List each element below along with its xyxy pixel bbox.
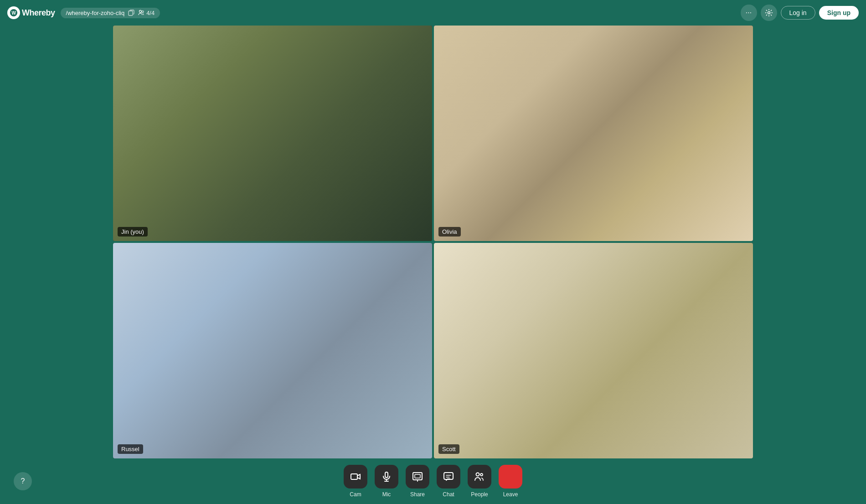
participant-count: 4/4	[138, 10, 155, 16]
chat-icon	[443, 471, 454, 482]
svg-point-18	[480, 473, 483, 476]
video-feed-scott	[434, 243, 753, 458]
share-icon	[412, 471, 423, 482]
name-tag-olivia: Olivia	[438, 227, 461, 237]
mic-label: Mic	[382, 491, 391, 498]
mic-icon	[381, 471, 392, 482]
copy-icon	[128, 10, 134, 16]
people-label: People	[471, 491, 488, 498]
leave-icon-bg: ✋	[499, 465, 522, 489]
svg-text:✋: ✋	[506, 472, 516, 483]
help-button[interactable]: ?	[14, 472, 32, 490]
svg-point-3	[139, 10, 142, 13]
svg-point-4	[142, 11, 144, 13]
chat-icon-bg	[437, 465, 460, 489]
header: W Whereby /whereby-for-zoho-cliq 4/4 ···	[0, 0, 866, 26]
toolbar: Cam Mic Share	[0, 458, 866, 504]
logo-text: Whereby	[22, 8, 55, 18]
video-cell-scott: Scott	[434, 243, 753, 458]
gear-icon	[765, 9, 773, 17]
more-options-button[interactable]: ···	[741, 5, 757, 21]
chat-button[interactable]: Chat	[435, 465, 462, 498]
name-tag-jin: Jin (you)	[118, 227, 148, 237]
video-feed-olivia	[434, 26, 753, 241]
share-icon-bg	[406, 465, 429, 489]
svg-rect-7	[385, 472, 388, 478]
video-cell-russel: Russel	[113, 243, 432, 458]
leave-label: Leave	[503, 491, 518, 498]
leave-button[interactable]: ✋ Leave	[497, 465, 524, 498]
cam-icon-bg	[344, 465, 367, 489]
people-icon-bg	[468, 465, 491, 489]
cam-label: Cam	[350, 491, 361, 498]
svg-text:W: W	[12, 10, 16, 15]
more-icon: ···	[746, 9, 752, 17]
svg-rect-14	[444, 473, 453, 479]
leave-icon: ✋	[505, 471, 516, 483]
name-tag-russel: Russel	[118, 444, 143, 454]
header-actions: ··· Log in Sign up	[741, 5, 859, 21]
people-button[interactable]: People	[466, 465, 493, 498]
video-grid: Jin (you) Olivia Russel Scott	[113, 26, 753, 458]
chat-label: Chat	[443, 491, 454, 498]
logo: W Whereby	[7, 6, 55, 19]
people-icon	[474, 471, 485, 482]
count-text: 4/4	[146, 10, 155, 16]
video-feed-russel	[113, 243, 432, 458]
settings-button[interactable]	[761, 5, 777, 21]
mic-button[interactable]: Mic	[373, 465, 400, 498]
logo-icon: W	[7, 6, 20, 19]
svg-point-5	[768, 12, 770, 14]
video-cell-olivia: Olivia	[434, 26, 753, 241]
name-tag-scott: Scott	[438, 444, 459, 454]
mic-icon-bg	[375, 465, 398, 489]
svg-rect-2	[129, 11, 133, 15]
svg-rect-11	[415, 474, 420, 478]
room-pill[interactable]: /whereby-for-zoho-cliq 4/4	[61, 8, 160, 18]
svg-rect-6	[351, 474, 357, 479]
share-button[interactable]: Share	[404, 465, 431, 498]
svg-point-17	[476, 473, 479, 476]
signup-button[interactable]: Sign up	[819, 6, 859, 20]
video-cell-jin: Jin (you)	[113, 26, 432, 241]
room-name: /whereby-for-zoho-cliq	[66, 10, 125, 16]
video-feed-jin	[113, 26, 432, 241]
share-label: Share	[410, 491, 425, 498]
login-button[interactable]: Log in	[781, 6, 815, 20]
cam-button[interactable]: Cam	[342, 465, 369, 498]
cam-icon	[350, 471, 361, 482]
svg-rect-10	[413, 473, 422, 480]
help-icon: ?	[21, 477, 25, 485]
